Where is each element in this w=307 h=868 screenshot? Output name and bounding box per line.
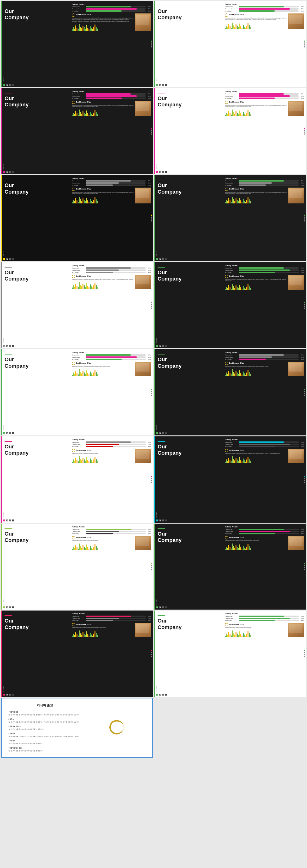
- nav-dot[interactable]: [304, 654, 305, 655]
- icon-info[interactable]: i: [165, 432, 167, 434]
- icon-home[interactable]: ⌂: [3, 258, 5, 260]
- nav-dot[interactable]: [151, 652, 152, 653]
- icon-grid[interactable]: ▦: [6, 694, 8, 695]
- nav-dot[interactable]: [304, 480, 305, 481]
- icon-home[interactable]: ⌂: [3, 520, 5, 521]
- nav-dot[interactable]: [151, 569, 152, 570]
- nav-dot[interactable]: [304, 393, 305, 394]
- icon-home[interactable]: ⌂: [157, 607, 158, 608]
- nav-dot[interactable]: [304, 44, 305, 45]
- icon-list[interactable]: ≡: [9, 432, 11, 434]
- nav-dot[interactable]: [151, 563, 152, 564]
- nav-dot[interactable]: [304, 129, 305, 131]
- nav-dot[interactable]: [304, 220, 305, 222]
- nav-dot[interactable]: [151, 393, 152, 394]
- icon-info[interactable]: i: [12, 171, 14, 173]
- icon-grid[interactable]: ▦: [6, 520, 8, 521]
- nav-dot[interactable]: [151, 654, 152, 655]
- nav-dot[interactable]: [151, 46, 152, 48]
- icon-home[interactable]: ⌂: [157, 345, 158, 347]
- icon-info[interactable]: i: [12, 432, 14, 434]
- nav-dot[interactable]: [304, 567, 305, 568]
- nav-dot[interactable]: [304, 304, 305, 305]
- icon-home[interactable]: ⌂: [157, 84, 158, 86]
- icon-list[interactable]: ≡: [162, 432, 164, 434]
- nav-dot[interactable]: [151, 304, 152, 305]
- nav-dot[interactable]: [304, 219, 305, 220]
- icon-home[interactable]: ⌂: [3, 432, 5, 434]
- icon-grid[interactable]: ▦: [6, 171, 8, 173]
- nav-dot[interactable]: [151, 44, 152, 45]
- nav-dot[interactable]: [151, 391, 152, 392]
- icon-grid[interactable]: ▦: [159, 171, 161, 173]
- nav-dot[interactable]: [304, 565, 305, 566]
- nav-dot[interactable]: [151, 131, 152, 132]
- icon-info[interactable]: i: [165, 171, 167, 173]
- icon-grid[interactable]: ▦: [159, 432, 161, 434]
- icon-home[interactable]: ⌂: [3, 345, 5, 347]
- icon-list[interactable]: ≡: [9, 694, 11, 695]
- icon-list[interactable]: ≡: [162, 84, 164, 86]
- icon-grid[interactable]: ▦: [159, 345, 161, 347]
- icon-list[interactable]: ≡: [162, 607, 164, 608]
- nav-dot[interactable]: [304, 217, 305, 218]
- icon-list[interactable]: ≡: [9, 345, 11, 347]
- nav-dot[interactable]: [304, 569, 305, 570]
- icon-info[interactable]: i: [12, 520, 14, 521]
- nav-dot[interactable]: [304, 482, 305, 483]
- icon-info[interactable]: i: [165, 84, 167, 86]
- nav-dot[interactable]: [151, 306, 152, 307]
- icon-info[interactable]: i: [165, 258, 167, 260]
- nav-dot[interactable]: [151, 476, 152, 477]
- nav-dot[interactable]: [304, 308, 305, 309]
- nav-dot[interactable]: [304, 302, 305, 303]
- nav-dot[interactable]: [151, 389, 152, 390]
- nav-dot[interactable]: [151, 478, 152, 479]
- icon-info[interactable]: i: [165, 520, 167, 521]
- nav-dot[interactable]: [151, 395, 152, 396]
- icon-list[interactable]: ≡: [162, 520, 164, 521]
- icon-list[interactable]: ≡: [9, 258, 11, 260]
- nav-dot[interactable]: [304, 656, 305, 657]
- nav-dot[interactable]: [151, 308, 152, 309]
- icon-list[interactable]: ≡: [9, 607, 11, 608]
- nav-dot[interactable]: [151, 650, 152, 651]
- icon-grid[interactable]: ▦: [6, 84, 8, 86]
- icon-list[interactable]: ≡: [9, 84, 11, 86]
- icon-info[interactable]: i: [165, 694, 167, 695]
- nav-dot[interactable]: [151, 217, 152, 218]
- nav-dot[interactable]: [151, 480, 152, 481]
- nav-dot[interactable]: [151, 40, 152, 42]
- nav-dot[interactable]: [304, 42, 305, 44]
- nav-dot[interactable]: [151, 127, 152, 129]
- nav-dot[interactable]: [304, 389, 305, 390]
- icon-list[interactable]: ≡: [9, 520, 11, 521]
- nav-dot[interactable]: [304, 306, 305, 307]
- icon-grid[interactable]: ▦: [159, 84, 161, 86]
- icon-list[interactable]: ≡: [162, 171, 164, 173]
- nav-dot[interactable]: [304, 215, 305, 216]
- nav-dot[interactable]: [304, 395, 305, 396]
- icon-info[interactable]: i: [12, 345, 14, 347]
- nav-dot[interactable]: [304, 133, 305, 134]
- icon-home[interactable]: ⌂: [3, 84, 5, 86]
- nav-dot[interactable]: [151, 219, 152, 220]
- icon-home[interactable]: ⌂: [3, 171, 5, 173]
- icon-info[interactable]: i: [165, 607, 167, 608]
- icon-grid[interactable]: ▦: [6, 607, 8, 608]
- nav-dot[interactable]: [304, 652, 305, 653]
- nav-dot[interactable]: [304, 563, 305, 564]
- icon-home[interactable]: ⌂: [157, 171, 158, 173]
- icon-info[interactable]: i: [12, 258, 14, 260]
- nav-dot[interactable]: [151, 133, 152, 134]
- nav-dot[interactable]: [151, 567, 152, 568]
- nav-dot[interactable]: [304, 478, 305, 479]
- icon-grid[interactable]: ▦: [159, 694, 161, 695]
- icon-grid[interactable]: ▦: [159, 258, 161, 260]
- nav-dot[interactable]: [304, 40, 305, 42]
- icon-home[interactable]: ⌂: [157, 694, 158, 695]
- nav-dot[interactable]: [304, 391, 305, 392]
- icon-grid[interactable]: ▦: [159, 520, 161, 521]
- icon-home[interactable]: ⌂: [157, 432, 158, 434]
- nav-dot[interactable]: [151, 215, 152, 216]
